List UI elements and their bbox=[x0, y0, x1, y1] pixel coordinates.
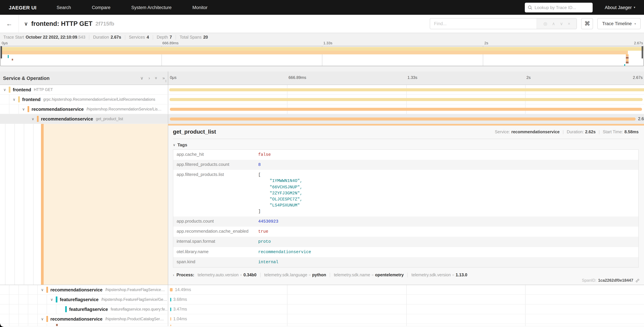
minimap-left-handle[interactable] bbox=[1, 46, 2, 58]
service-color-chip bbox=[18, 96, 20, 102]
expand-one-icon[interactable]: › bbox=[148, 76, 150, 80]
span-detail-gutter bbox=[0, 124, 168, 285]
tag-row: otel.library.name recommendationservice bbox=[173, 247, 638, 257]
span-row-partial[interactable] bbox=[0, 324, 644, 326]
operation-name: get_product_list bbox=[96, 117, 123, 121]
minimap-tick: 2.67s bbox=[634, 41, 643, 45]
operation-name: HTTP GET bbox=[34, 88, 53, 92]
chevron-down-icon: ∨ bbox=[173, 143, 176, 147]
service-color-chip bbox=[56, 296, 58, 302]
span-row-featureflag-grpc[interactable]: ∨ featureflagservice /hipstershop.Featur… bbox=[0, 295, 644, 304]
chevron-down-icon[interactable]: ∨ bbox=[13, 97, 17, 102]
span-duration-label: 1.04ms bbox=[173, 316, 187, 321]
minimap-span-right bbox=[626, 62, 629, 64]
tag-row: app.filtered_products.count 8 bbox=[173, 160, 638, 170]
span-row-reco-productcatalog[interactable]: ∨ recommendationservice /hipstershop.Pro… bbox=[0, 314, 644, 324]
duration-label: Duration: bbox=[567, 130, 584, 134]
trace-view-label: Trace Timeline bbox=[602, 21, 632, 26]
process-item: telemetry.auto.version=0.34b0 bbox=[198, 272, 260, 277]
operation-name: /hipstershop.RecommendationService/Lis… bbox=[86, 107, 162, 111]
chevron-down-icon[interactable]: ∨ bbox=[50, 297, 55, 302]
start-time-value: 8.58ms bbox=[624, 130, 639, 134]
process-label: Process: bbox=[176, 272, 194, 277]
span-duration-label: 3.47ms bbox=[173, 307, 187, 312]
span-bar[interactable] bbox=[170, 118, 636, 120]
tag-value: recommendationservice bbox=[255, 247, 314, 257]
chevron-down-icon[interactable]: ∨ bbox=[3, 88, 8, 92]
column-resize-handle[interactable]: ‖ bbox=[165, 79, 167, 83]
find-input[interactable] bbox=[430, 18, 537, 29]
trace-title: frontend: HTTP GET bbox=[31, 20, 92, 27]
span-bar[interactable] bbox=[170, 308, 171, 311]
span-id-label: SpanID: bbox=[582, 278, 596, 283]
tag-value: internal bbox=[255, 257, 282, 267]
focus-target-icon[interactable]: ◎ bbox=[544, 21, 547, 26]
span-bar[interactable] bbox=[170, 317, 171, 320]
minimap-right-handle[interactable] bbox=[642, 46, 643, 58]
axis-tick: 2.67s bbox=[633, 75, 643, 80]
minimap-span-right bbox=[626, 59, 629, 61]
minimap-span-frontend-grpc bbox=[1, 51, 628, 54]
next-result-icon[interactable]: ∨ bbox=[560, 21, 563, 26]
back-button[interactable]: ← bbox=[0, 15, 19, 32]
span-bar[interactable] bbox=[169, 88, 644, 91]
span-id-value: 1ca2262df0e18447 bbox=[598, 278, 633, 283]
tag-row: app.cache_hit false bbox=[173, 150, 638, 160]
tag-key: span.kind bbox=[173, 257, 255, 267]
minimap-tick: 0μs bbox=[2, 41, 8, 45]
trace-lookup-input[interactable] bbox=[534, 5, 588, 10]
axis-tick: 0μs bbox=[170, 75, 176, 80]
span-row-recommendation-grpc[interactable]: ∨ recommendationservice /hipstershop.Rec… bbox=[0, 104, 644, 114]
top-nav: JAEGER UI Search Compare System Architec… bbox=[0, 0, 644, 15]
span-detail-color-bar bbox=[41, 124, 44, 285]
chevron-down-icon[interactable]: ∨ bbox=[41, 288, 45, 292]
link-icon[interactable] bbox=[635, 278, 640, 282]
trace-total-spans: Total Spans 20 bbox=[180, 35, 212, 40]
span-row-featureflag-query[interactable]: featureflagservice featureflagservice.re… bbox=[0, 304, 644, 314]
service-operation-header: Service & Operation ∨ › » » ‖ bbox=[0, 72, 168, 84]
nav-item-search[interactable]: Search bbox=[56, 5, 71, 10]
span-row-frontend-httpget[interactable]: ∨ frontend HTTP GET bbox=[0, 85, 644, 95]
prev-result-icon[interactable]: ∧ bbox=[552, 21, 555, 26]
trace-lookup-box[interactable] bbox=[525, 2, 593, 12]
span-bar[interactable] bbox=[170, 325, 171, 326]
chevron-down-icon[interactable]: ∨ bbox=[41, 317, 45, 321]
chevron-down-icon: ▾ bbox=[634, 6, 635, 9]
span-row-reco-featureflag[interactable]: ∨ recommendationservice /hipstershop.Fea… bbox=[0, 285, 644, 295]
trace-overview: Trace Start October 22 2022, 22:10:09.54… bbox=[0, 33, 644, 72]
span-bar[interactable] bbox=[170, 98, 643, 101]
nav-item-monitor[interactable]: Monitor bbox=[192, 5, 208, 10]
trace-view-select[interactable]: Trace Timeline ▾ bbox=[598, 18, 641, 29]
operation-name: /hipstershop.FeatureFlagService/Ge… bbox=[101, 298, 167, 302]
services-value: 4 bbox=[147, 35, 149, 40]
chevron-down-icon[interactable]: ∨ bbox=[22, 107, 26, 111]
expand-all-icon[interactable]: » bbox=[162, 76, 165, 80]
span-bar[interactable] bbox=[170, 108, 642, 111]
collapse-trace-chevron-icon[interactable]: ∨ bbox=[24, 21, 28, 27]
span-bar[interactable] bbox=[170, 298, 171, 302]
span-row-get-product-list[interactable]: ∨ recommendationservice get_product_list… bbox=[0, 114, 644, 124]
service-name: frontend bbox=[13, 87, 31, 92]
span-bar[interactable] bbox=[170, 288, 172, 292]
nav-item-system-architecture[interactable]: System Architecture bbox=[131, 5, 172, 10]
collapse-all-icon[interactable]: » bbox=[154, 77, 159, 79]
span-row-frontend-grpc[interactable]: ∨ frontend grpc.hipstershop.Recommendati… bbox=[0, 95, 644, 104]
tags-section-toggle[interactable]: ∨ Tags bbox=[173, 142, 639, 148]
tag-value-list: [ "1YMWWN1N4O","66VCHSJNUP","2ZYFJ3GM2N"… bbox=[255, 170, 306, 217]
chevron-down-icon[interactable]: ∨ bbox=[32, 117, 36, 121]
process-section-toggle[interactable]: › Process: telemetry.auto.version=0.34b0… bbox=[173, 272, 639, 277]
span-detail-row: get_product_list Service:recommendations… bbox=[0, 124, 644, 285]
collapse-one-icon[interactable]: ∨ bbox=[140, 76, 143, 80]
tag-key: app.cache_hit bbox=[173, 150, 255, 160]
keyboard-shortcuts-button[interactable]: ⌘ bbox=[582, 18, 593, 29]
span-detail-panel: get_product_list Service:recommendations… bbox=[168, 124, 644, 285]
start-time-label: Start Time: bbox=[603, 130, 623, 134]
app-brand[interactable]: JAEGER UI bbox=[9, 4, 36, 10]
total-spans-label: Total Spans bbox=[180, 35, 202, 40]
trace-minimap[interactable] bbox=[0, 46, 644, 66]
service-color-chip bbox=[37, 116, 38, 122]
nav-item-compare[interactable]: Compare bbox=[92, 5, 110, 10]
find-buttons: ◎ ∧ ∨ × bbox=[537, 18, 577, 29]
about-jaeger-menu[interactable]: About Jaeger ▾ bbox=[605, 5, 635, 10]
clear-find-icon[interactable]: × bbox=[568, 21, 570, 26]
